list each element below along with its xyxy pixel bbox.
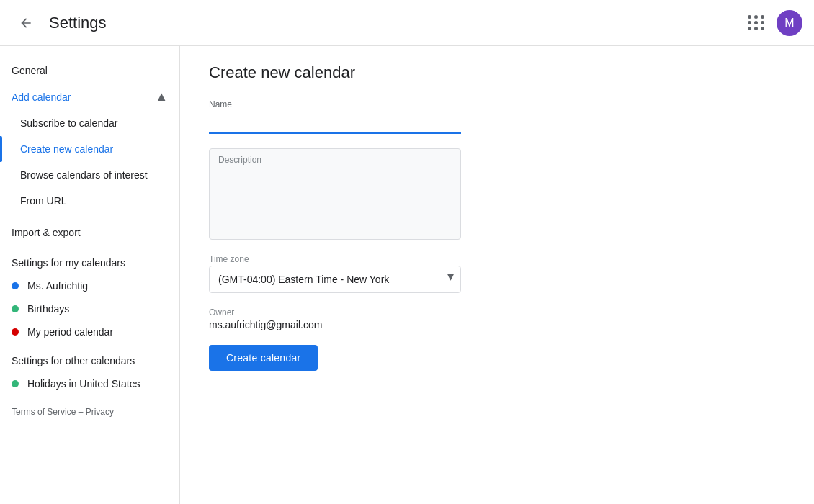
sidebar-item-import-export[interactable]: Import & export (0, 220, 171, 246)
sidebar-item-browse[interactable]: Browse calendars of interest (0, 162, 171, 188)
owner-label: Owner (209, 307, 461, 318)
privacy-link[interactable]: Privacy (86, 407, 114, 417)
topbar-right: M (742, 9, 802, 37)
apps-button[interactable] (742, 9, 771, 37)
timezone-label: Time zone (209, 254, 461, 264)
name-input-wrapper: Name (209, 99, 461, 134)
sidebar-item-from-url[interactable]: From URL (0, 188, 171, 214)
content-area: Create new calendar Name Description Tim… (180, 46, 814, 504)
timezone-select-wrapper: Time zone (GMT-04:00) Eastern Time - New… (209, 254, 461, 293)
sidebar-item-general[interactable]: General (0, 58, 171, 84)
terms-link[interactable]: Terms of Service (12, 407, 76, 417)
settings-my-calendars-label: Settings for my calendars (0, 246, 179, 274)
chevron-up-icon: ▲ (155, 89, 168, 104)
dot-ms (12, 282, 19, 289)
page-title-topbar: Settings (49, 14, 107, 32)
owner-value: ms.aufrichtig@gmail.com (209, 319, 461, 330)
topbar: Settings M (0, 0, 814, 46)
timezone-field-container: Time zone (GMT-04:00) Eastern Time - New… (209, 254, 461, 293)
sidebar-sub-items: Subscribe to calendar Create new calenda… (0, 110, 179, 214)
create-calendar-title: Create new calendar (209, 63, 785, 82)
sidebar-item-ms-aufrichtig[interactable]: Ms. Aufrichtig (0, 274, 179, 297)
owner-section: Owner ms.aufrichtig@gmail.com (209, 307, 461, 330)
back-button[interactable] (12, 9, 40, 37)
description-textarea[interactable] (210, 165, 460, 237)
grid-icon (748, 15, 765, 30)
sidebar-item-period[interactable]: My period calendar (0, 320, 179, 343)
description-wrapper: Description (209, 148, 461, 240)
topbar-left: Settings (12, 9, 107, 37)
dot-birthdays (12, 305, 19, 312)
name-field-container: Name (209, 99, 461, 134)
name-input[interactable] (209, 111, 461, 132)
description-label: Description (210, 149, 460, 165)
name-label: Name (209, 99, 461, 109)
dot-period (12, 328, 19, 336)
sidebar-item-subscribe[interactable]: Subscribe to calendar (0, 110, 171, 136)
timezone-select[interactable]: (GMT-04:00) Eastern Time - New York (209, 266, 461, 293)
settings-other-calendars-label: Settings for other calendars (0, 343, 179, 372)
dot-holidays (12, 380, 19, 387)
sidebar-group-add-calendar: Add calendar ▲ Subscribe to calendar Cre… (0, 84, 179, 214)
sidebar-item-create[interactable]: Create new calendar (0, 136, 171, 162)
sidebar-item-holidays[interactable]: Holidays in United States (0, 372, 179, 395)
footer-links: Terms of Service – Privacy (0, 395, 179, 428)
create-calendar-button[interactable]: Create calendar (209, 345, 318, 371)
sidebar-item-birthdays[interactable]: Birthdays (0, 297, 179, 320)
description-field-container: Description (209, 148, 461, 240)
sidebar-group-header-add-calendar[interactable]: Add calendar ▲ (0, 84, 179, 110)
main-layout: General Add calendar ▲ Subscribe to cale… (0, 46, 814, 504)
avatar[interactable]: M (777, 10, 802, 36)
sidebar: General Add calendar ▲ Subscribe to cale… (0, 46, 180, 504)
